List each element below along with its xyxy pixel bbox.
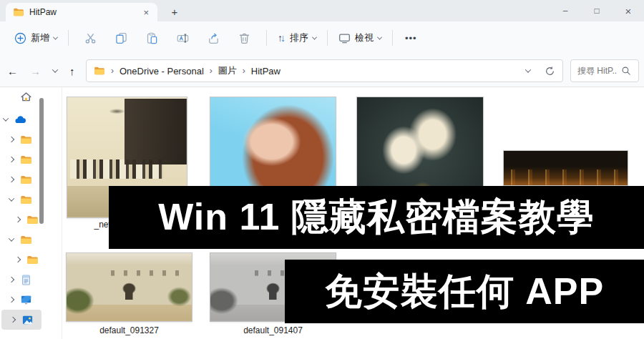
address-bar: ← → ↑ › OneDrive - Personal › 圖片 › HitPa… xyxy=(0,54,644,87)
forward-button[interactable]: → xyxy=(30,65,41,77)
sidebar-divider xyxy=(62,87,62,339)
view-button[interactable]: 檢視 xyxy=(334,28,386,48)
sidebar-scrollbar[interactable] xyxy=(39,98,44,224)
cut-icon xyxy=(84,32,97,44)
breadcrumb-separator: › xyxy=(111,66,114,76)
file-thumbnail-building-color[interactable] xyxy=(66,252,192,322)
recent-locations-button[interactable] xyxy=(52,67,58,72)
sidebar-item-folder[interactable] xyxy=(0,190,32,210)
close-button[interactable]: × xyxy=(613,0,644,21)
sidebar-item-folder[interactable] xyxy=(0,170,32,190)
sidebar-item-onedrive[interactable] xyxy=(0,109,26,129)
sidebar-item-folder[interactable] xyxy=(0,230,32,250)
share-button[interactable] xyxy=(198,26,229,50)
file-explorer-window: HitPaw × + – □ × 新增 xyxy=(0,0,644,339)
delete-button[interactable] xyxy=(229,26,260,50)
sort-button[interactable]: ↑↓ 排序 xyxy=(273,28,321,48)
folder-icon xyxy=(20,194,32,206)
folder-icon xyxy=(20,134,32,146)
overlay-banner-subtitle: 免安裝任何 APP xyxy=(285,260,644,323)
tab-close-icon[interactable]: × xyxy=(142,7,150,18)
folder-icon xyxy=(20,174,32,186)
search-input[interactable] xyxy=(576,65,619,77)
onedrive-icon xyxy=(14,114,26,126)
breadcrumb-onedrive[interactable]: OneDrive - Personal xyxy=(119,66,204,77)
address-dropdown-button[interactable] xyxy=(525,67,531,72)
sidebar-item-pictures[interactable] xyxy=(1,310,42,330)
breadcrumb-hitpaw[interactable]: HitPaw xyxy=(251,66,280,77)
breadcrumb-separator: › xyxy=(243,66,245,76)
sidebar-item-folder[interactable] xyxy=(0,129,32,149)
back-button[interactable]: ← xyxy=(7,65,18,77)
refresh-button[interactable] xyxy=(545,66,555,77)
share-icon xyxy=(208,32,220,44)
sidebar xyxy=(0,87,62,339)
rename-icon xyxy=(177,32,189,44)
title-bar: HitPaw × + – □ × xyxy=(0,0,644,21)
file-name-label[interactable]: default_091327 xyxy=(66,325,192,335)
chevron-right-icon[interactable] xyxy=(9,277,14,282)
cut-button[interactable] xyxy=(75,26,106,50)
view-button-label: 檢視 xyxy=(355,31,374,44)
copy-button[interactable] xyxy=(106,26,137,50)
pictures-icon xyxy=(21,314,34,326)
folder-icon xyxy=(20,234,32,246)
folder-icon xyxy=(94,65,105,77)
toolbar-divider xyxy=(68,30,69,46)
chevron-right-icon[interactable] xyxy=(9,297,14,303)
trash-icon xyxy=(238,32,250,44)
search-icon xyxy=(621,66,631,76)
toolbar-divider xyxy=(392,30,393,46)
folder-icon xyxy=(13,6,24,18)
chevron-down-icon xyxy=(377,34,382,39)
toolbar-divider xyxy=(266,30,267,46)
chevron-right-icon[interactable] xyxy=(15,257,21,262)
new-button-label: 新增 xyxy=(31,31,49,44)
minimize-button[interactable]: – xyxy=(550,0,581,21)
more-options-button[interactable]: ••• xyxy=(399,33,423,44)
breadcrumb-separator: › xyxy=(210,66,213,76)
paste-icon xyxy=(146,32,158,44)
chevron-right-icon[interactable] xyxy=(9,137,14,142)
folder-icon xyxy=(26,254,39,266)
sidebar-item-folder[interactable] xyxy=(0,149,32,170)
sidebar-item-folder[interactable] xyxy=(0,210,39,230)
sidebar-item-document[interactable] xyxy=(0,270,32,290)
new-button[interactable]: 新增 xyxy=(10,28,62,48)
sort-arrows-icon: ↑↓ xyxy=(278,32,286,44)
up-button[interactable]: ↑ xyxy=(69,65,75,77)
navigation-buttons: ← → ↑ xyxy=(7,54,75,87)
desktop-icon xyxy=(20,294,32,306)
breadcrumb[interactable]: › OneDrive - Personal › 圖片 › HitPaw xyxy=(86,59,563,82)
view-icon xyxy=(338,32,351,44)
search-box[interactable] xyxy=(570,59,639,82)
file-thumbnail-night-city[interactable] xyxy=(503,150,628,186)
chevron-right-icon[interactable] xyxy=(9,157,14,162)
tab-hitpaw[interactable]: HitPaw × xyxy=(6,3,157,21)
chevron-down-icon[interactable] xyxy=(3,115,9,121)
chevron-right-icon[interactable] xyxy=(9,177,14,182)
sidebar-item-desktop[interactable] xyxy=(0,290,32,310)
maximize-button[interactable]: □ xyxy=(581,0,613,21)
chevron-down-icon[interactable] xyxy=(9,235,14,241)
chevron-right-icon[interactable] xyxy=(15,217,21,222)
command-toolbar: 新增 ↑↓ 排序 檢視 xyxy=(0,21,644,54)
overlay-banner-title: Win 11 隱藏私密檔案教學 xyxy=(109,186,644,249)
rename-button[interactable] xyxy=(167,26,198,50)
paste-button[interactable] xyxy=(137,26,167,50)
window-controls: – □ × xyxy=(550,0,644,21)
document-icon xyxy=(20,274,32,286)
sidebar-item-folder[interactable] xyxy=(0,250,39,270)
sort-button-label: 排序 xyxy=(290,31,308,44)
file-name-label[interactable]: default_091407 xyxy=(210,325,336,335)
chevron-down-icon xyxy=(312,34,317,39)
folder-icon xyxy=(20,154,32,166)
breadcrumb-pictures[interactable]: 圖片 xyxy=(218,64,237,77)
chevron-right-icon[interactable] xyxy=(10,317,16,323)
new-tab-button[interactable]: + xyxy=(166,3,183,20)
chevron-down-icon[interactable] xyxy=(9,195,14,201)
sidebar-item-home[interactable] xyxy=(0,87,32,107)
tab-title: HitPaw xyxy=(29,7,137,17)
overlay-banner-subtitle-text: 免安裝任何 APP xyxy=(325,267,604,317)
folder-icon xyxy=(26,214,39,226)
